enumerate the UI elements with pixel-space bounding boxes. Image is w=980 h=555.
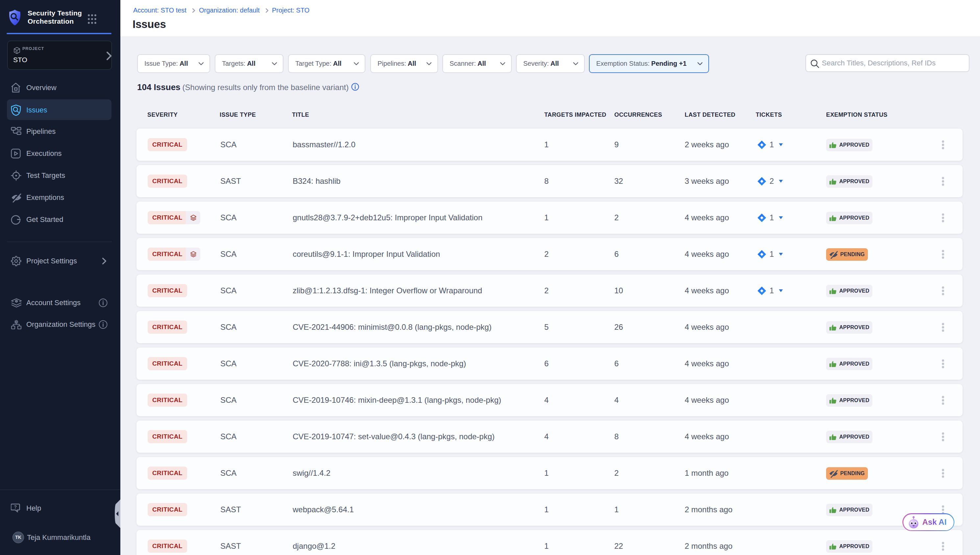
svg-text:?: ? (14, 504, 17, 510)
